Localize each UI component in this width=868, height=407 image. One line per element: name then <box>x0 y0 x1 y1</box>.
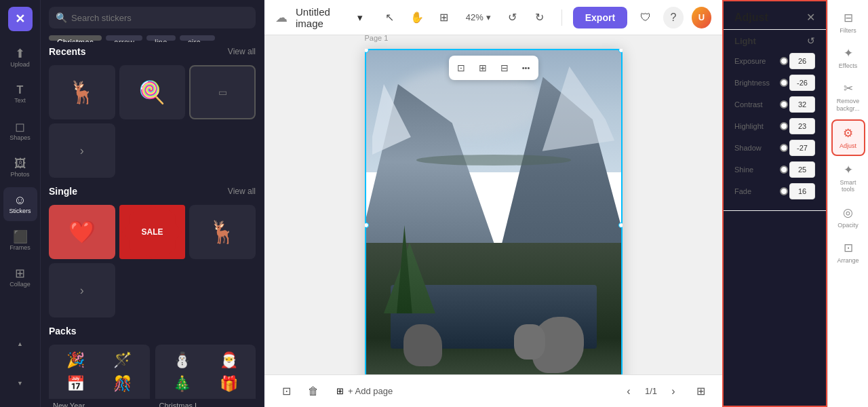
grid-tool[interactable]: ⊞ <box>473 58 492 77</box>
sticker-white-box[interactable]: ▭ <box>189 65 256 119</box>
add-page-btn[interactable]: ⊞ + Add page <box>330 382 399 400</box>
zoom-control[interactable]: 42% ▾ <box>460 9 496 25</box>
light-section-header: Light ↺ <box>734 35 815 46</box>
right-nav-remove-bg[interactable]: ✂ Remove backgr... <box>831 76 865 118</box>
adjust-close-btn[interactable]: ✕ <box>806 11 815 24</box>
stickers-panel: 🔍 Christmas arrow line circ... Recents V… <box>41 0 264 407</box>
shadow-value[interactable]: -27 <box>789 140 815 156</box>
brightness-value[interactable]: -26 <box>789 75 815 91</box>
nav-item-stickers[interactable]: ☺ Stickers <box>3 187 37 221</box>
nav-item-photos[interactable]: 🖼 Photos <box>3 151 37 185</box>
search-bar[interactable]: 🔍 <box>49 7 256 28</box>
light-section-title: Light <box>734 36 756 46</box>
nav-label-frames: Frames <box>9 244 31 251</box>
hand-tool[interactable]: ✋ <box>406 7 428 28</box>
sticker-reindeer2[interactable]: 🦌 <box>189 205 256 259</box>
opacity-icon: ◎ <box>843 206 853 220</box>
tag-christmas[interactable]: Christmas <box>49 35 102 41</box>
cloud-icon: ☁ <box>275 10 288 25</box>
page-prev-btn[interactable]: ‹ <box>618 381 639 402</box>
contrast-value[interactable]: 32 <box>789 96 815 113</box>
crop-tool[interactable]: ⊡ <box>452 58 471 77</box>
shield-button[interactable]: 🛡 <box>635 7 655 28</box>
recents-view-all[interactable]: View all <box>228 47 256 56</box>
canvas-image <box>365 49 623 374</box>
arrange-label: Arrange <box>837 257 859 264</box>
photos-icon: 🖼 <box>14 157 26 170</box>
bottom-tools: ⊡ 🗑 ⊞ + Add page <box>275 381 399 402</box>
canvas-workspace[interactable]: Page 1 <box>264 35 722 374</box>
nav-item-upload[interactable]: ⬆ Upload <box>3 41 37 75</box>
nav-label-text: Text <box>14 97 26 104</box>
recents-scroll-right[interactable]: › <box>49 123 115 178</box>
redo-button[interactable]: ↻ <box>529 7 551 28</box>
expand-btn[interactable]: ⊞ <box>690 381 711 402</box>
avatar[interactable]: U <box>692 7 711 28</box>
undo-button[interactable]: ↺ <box>502 7 524 28</box>
exposure-label: Exposure <box>734 57 778 65</box>
search-input[interactable] <box>71 13 249 23</box>
exposure-slider-row: Exposure 26 <box>734 53 815 69</box>
nav-item-collage[interactable]: ⊞ Collage <box>3 260 37 294</box>
canvas-page[interactable] <box>365 49 623 374</box>
contrast-label: Contrast <box>734 100 778 109</box>
fade-label: Fade <box>734 187 778 195</box>
left-nav: ✕ ⬆ Upload T Text ◻ Shapes 🖼 Photos ☺ St… <box>0 0 41 407</box>
sticker-heart[interactable]: ❤️ <box>49 205 115 259</box>
brightness-slider-row: Brightness -26 <box>734 75 815 91</box>
adjust-title: Adjust <box>734 12 768 24</box>
shadow-label: Shadow <box>734 144 778 152</box>
more-tool[interactable]: ••• <box>517 58 536 77</box>
tag-arrow[interactable]: arrow <box>106 35 142 41</box>
shine-value[interactable]: 25 <box>789 161 815 178</box>
smart-tools-label: Smart tools <box>834 179 863 194</box>
shapes-icon: ◻ <box>15 121 25 133</box>
highlight-slider-row: Highlight 23 <box>734 118 815 134</box>
singles-scroll-right[interactable]: › <box>49 263 115 317</box>
canvas-bottom-bar: ⊡ 🗑 ⊞ + Add page ‹ 1/1 › ⊞ <box>264 374 722 407</box>
right-nav-smart-tools[interactable]: ✦ Smart tools <box>831 157 865 199</box>
copy-tool[interactable]: ⊟ <box>495 58 514 77</box>
right-nav-arrange[interactable]: ⊡ Arrange <box>831 235 865 269</box>
nav-chevron-up[interactable]: ▲ <box>3 327 37 361</box>
exposure-value[interactable]: 26 <box>789 53 815 69</box>
page-icon-btn[interactable]: ⊡ <box>275 381 297 402</box>
fade-value[interactable]: 16 <box>789 183 815 199</box>
sticker-reindeer[interactable]: 🦌 <box>49 65 115 119</box>
smart-tools-icon: ✦ <box>844 163 853 177</box>
light-reset-btn[interactable]: ↺ <box>807 35 815 46</box>
sticker-sale[interactable]: SALE <box>119 205 186 259</box>
tag-line[interactable]: line <box>146 35 176 41</box>
adjust-panel: Adjust ✕ Light ↺ Exposure 26 <box>722 0 827 407</box>
effects-icon: ✦ <box>844 46 853 60</box>
trash-btn[interactable]: 🗑 <box>302 381 324 402</box>
singles-title: Single <box>49 186 77 197</box>
pack-christmas1[interactable]: ⛄ 🎅 🎄 🎁 Christmas I <box>155 345 256 407</box>
pointer-tool[interactable]: ↖ <box>379 7 401 28</box>
right-nav-opacity[interactable]: ◎ Opacity <box>831 200 865 234</box>
right-nav-effects[interactable]: ✦ Effects <box>831 41 865 75</box>
tag-circ[interactable]: circ... <box>180 35 216 41</box>
highlight-value[interactable]: 23 <box>789 118 815 134</box>
pack-christmas1-label: Christmas I <box>155 399 256 407</box>
singles-view-all[interactable]: View all <box>228 187 256 196</box>
sticker-candy-cane[interactable]: 🍭 <box>119 65 186 119</box>
right-nav-filters[interactable]: ⊟ Filters <box>831 5 865 39</box>
right-nav-adjust[interactable]: ⚙ Adjust <box>831 119 865 156</box>
tag-row: Christmas arrow line circ... <box>41 35 264 42</box>
page-next-btn[interactable]: › <box>663 381 684 402</box>
frame-tool[interactable]: ⊞ <box>433 7 455 28</box>
export-button[interactable]: Export <box>573 7 627 28</box>
nav-item-shapes[interactable]: ◻ Shapes <box>3 114 37 148</box>
remove-bg-label: Remove backgr... <box>834 98 863 113</box>
fade-slider-row: Fade 16 <box>734 183 815 199</box>
help-button[interactable]: ? <box>663 7 683 28</box>
nav-item-frames[interactable]: ⬛ Frames <box>3 224 37 258</box>
nav-item-text[interactable]: T Text <box>3 77 37 111</box>
doc-title[interactable]: Untitled image ▾ <box>296 6 363 29</box>
nav-label-shapes: Shapes <box>9 134 31 141</box>
pack-newyear[interactable]: 🎉 🪄 📅 🎊 New Year <box>49 345 150 407</box>
nav-chevron-down[interactable]: ▼ <box>3 366 37 400</box>
remove-bg-icon: ✂ <box>844 81 853 96</box>
packs-grid: 🎉 🪄 📅 🎊 New Year ⛄ 🎅 🎄 🎁 Christmas I <box>41 341 264 407</box>
